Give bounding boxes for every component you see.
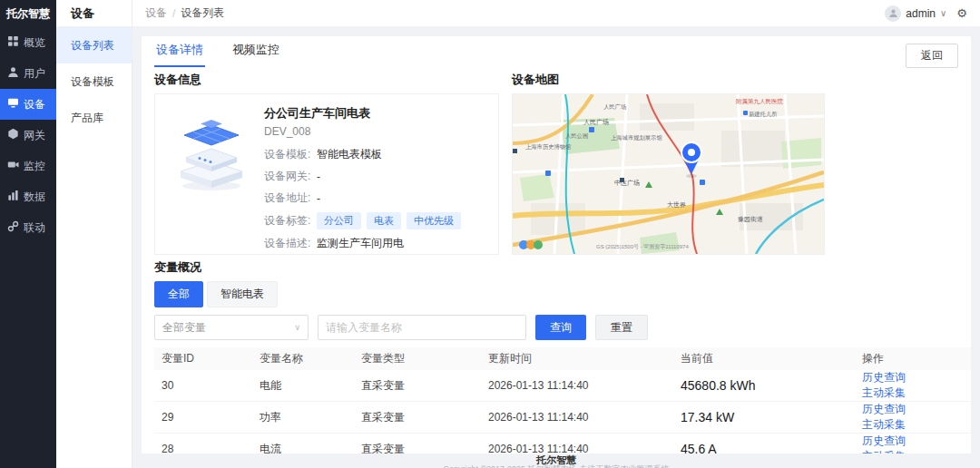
device-tag: 分公司: [317, 212, 361, 229]
variables-table: 变量ID 变量名称 变量类型 更新时间 当前值 操作 30 电能: [154, 347, 971, 453]
var-tab-all[interactable]: 全部: [154, 281, 203, 307]
active-collect-link[interactable]: 主动采集: [862, 450, 906, 453]
col-header-value: 当前值: [673, 347, 855, 370]
device-tag: 电表: [367, 212, 401, 229]
cell-updated: 2026-01-13 11:14:40: [481, 370, 673, 402]
history-query-link[interactable]: 历史查询: [862, 371, 906, 384]
sidebar-item-label: 监控: [24, 159, 45, 174]
variables-title: 变量概况: [154, 259, 958, 276]
gateway-icon: [7, 128, 19, 142]
map-label: 上海城市规划展示馆: [611, 134, 662, 141]
gear-icon[interactable]: ⚙: [956, 6, 967, 20]
breadcrumb-current: 设备列表: [181, 5, 224, 21]
page-footer: 托尔智慧 Copyright ©2017-2025 托尔智慧农场-专注于数字农业…: [142, 453, 971, 468]
breadcrumb-separator: /: [172, 7, 175, 20]
tab-device-detail[interactable]: 设备详情: [154, 36, 205, 67]
sidebar-item-devices[interactable]: 设备: [0, 89, 56, 120]
cell-value: 45.6 A: [673, 434, 855, 454]
search-button[interactable]: 查询: [535, 315, 586, 340]
map-attribution: GS (2025)1500号 - 甲测资字11110974: [596, 243, 689, 249]
map-label: 人民广场: [583, 119, 609, 126]
device-map-column: 设备地图: [512, 67, 825, 255]
submenu-item-product-library[interactable]: 产品库: [56, 100, 132, 136]
linkage-icon: [7, 220, 19, 235]
sidebar-item-overview[interactable]: 概览: [0, 27, 56, 58]
cell-name: 电能: [252, 370, 354, 402]
reset-button[interactable]: 重置: [595, 315, 648, 340]
table-row: 28 电流 直采变量 2026-01-13 11:14:40 45.6 A 历史…: [154, 434, 971, 454]
variable-type-select[interactable]: 全部变量 ∨: [154, 315, 309, 340]
detail-tabs: 设备详情 视频监控: [154, 36, 958, 67]
cell-type: 直采变量: [354, 434, 481, 454]
history-query-link[interactable]: 历史查询: [862, 403, 906, 415]
var-tab-smart-meter[interactable]: 智能电表: [207, 281, 278, 307]
secondary-sidebar: 设备 设备列表 设备模板 产品库: [56, 0, 132, 468]
col-header-updated: 更新时间: [481, 347, 673, 370]
topbar: 设备 / 设备列表 admin ∨ ⚙: [132, 0, 980, 27]
tab-video-monitor[interactable]: 视频监控: [230, 36, 281, 67]
map-label: 新建托儿所: [749, 111, 778, 118]
map-provider-logo: [519, 240, 543, 249]
cell-type: 直采变量: [354, 370, 481, 402]
sidebar-item-users[interactable]: 用户: [0, 58, 56, 89]
field-label: 设备地址:: [264, 190, 317, 206]
field-value: 监测生产车间用电: [317, 236, 404, 251]
table-header-row: 变量ID 变量名称 变量类型 更新时间 当前值 操作: [154, 347, 971, 370]
main-area: 设备 / 设备列表 admin ∨ ⚙ 设备详情 视频监控 返回: [132, 0, 980, 468]
field-label: 设备描述:: [264, 236, 317, 251]
cell-actions: 历史查询 主动采集: [855, 370, 971, 402]
field-address: 设备地址: -: [264, 190, 491, 206]
users-icon: [7, 66, 19, 81]
col-header-type: 变量类型: [354, 347, 481, 370]
sidebar-item-data[interactable]: 数据: [0, 181, 56, 212]
field-label: 设备模板:: [264, 147, 317, 162]
user-menu[interactable]: admin ∨ ⚙: [885, 5, 967, 22]
data-icon: [7, 190, 19, 204]
submenu-item-device-template[interactable]: 设备模板: [56, 63, 132, 100]
variables-section: 变量概况 全部 智能电表 全部变量 ∨ 查询 重置: [154, 259, 958, 453]
sidebar-item-label: 概览: [24, 35, 45, 51]
device-info-box: 分公司生产车间电表 DEV_008 设备模板: 智能电表模板 设备网关: -: [154, 93, 499, 255]
back-button[interactable]: 返回: [906, 44, 958, 68]
avatar: [885, 5, 901, 22]
field-template: 设备模板: 智能电表模板: [264, 147, 491, 162]
device-tag: 中优先级: [407, 212, 461, 229]
cell-name: 电流: [252, 434, 354, 454]
device-name: 分公司生产车间电表: [264, 105, 491, 122]
device-code: DEV_008: [264, 125, 491, 138]
sidebar-item-monitor[interactable]: 监控: [0, 151, 56, 181]
device-fields: 分公司生产车间电表 DEV_008 设备模板: 智能电表模板 设备网关: -: [260, 103, 491, 245]
device-map-title: 设备地图: [512, 72, 825, 88]
select-value: 全部变量: [162, 320, 206, 336]
sidebar-item-gateway[interactable]: 网关: [0, 120, 56, 151]
map-label: 人民公园: [565, 132, 588, 140]
detail-card: 设备详情 视频监控 返回 设备信息: [142, 36, 971, 453]
devices-icon: [7, 97, 19, 112]
sidebar-item-linkage[interactable]: 联动: [0, 212, 56, 243]
map-label: 人民广场: [603, 103, 626, 111]
cell-value: 45680.8 kWh: [673, 370, 855, 402]
active-collect-link[interactable]: 主动采集: [862, 418, 906, 431]
variable-name-input[interactable]: [318, 315, 526, 340]
sidebar-item-label: 数据: [24, 190, 45, 205]
cell-updated: 2026-01-13 11:14:40: [481, 434, 673, 454]
map-label: 附属第九人民医院: [736, 98, 784, 105]
info-map-row: 设备信息: [154, 67, 958, 255]
breadcrumb-root[interactable]: 设备: [145, 5, 167, 21]
device-illustration: [162, 103, 260, 245]
map-label: 豫园街道: [738, 216, 763, 223]
active-collect-link[interactable]: 主动采集: [862, 386, 906, 399]
sidebar-item-label: 网关: [24, 128, 45, 143]
field-value: -: [317, 192, 320, 205]
cell-actions: 历史查询 主动采集: [855, 402, 971, 434]
username-label: admin: [906, 7, 936, 20]
app-logo: 托尔智慧: [0, 0, 56, 27]
device-info-column: 设备信息: [154, 67, 499, 255]
history-query-link[interactable]: 历史查询: [862, 434, 906, 447]
device-info-title: 设备信息: [154, 72, 499, 88]
content-area: 设备详情 视频监控 返回 设备信息: [132, 27, 980, 468]
col-header-name: 变量名称: [252, 347, 354, 370]
submenu-item-device-list[interactable]: 设备列表: [56, 27, 132, 63]
col-header-id: 变量ID: [154, 347, 252, 370]
device-map[interactable]: 人民广场 人民广场 人民公园 上海市历史博物馆 上海城市规划展示馆 中区广场 大…: [512, 93, 825, 255]
